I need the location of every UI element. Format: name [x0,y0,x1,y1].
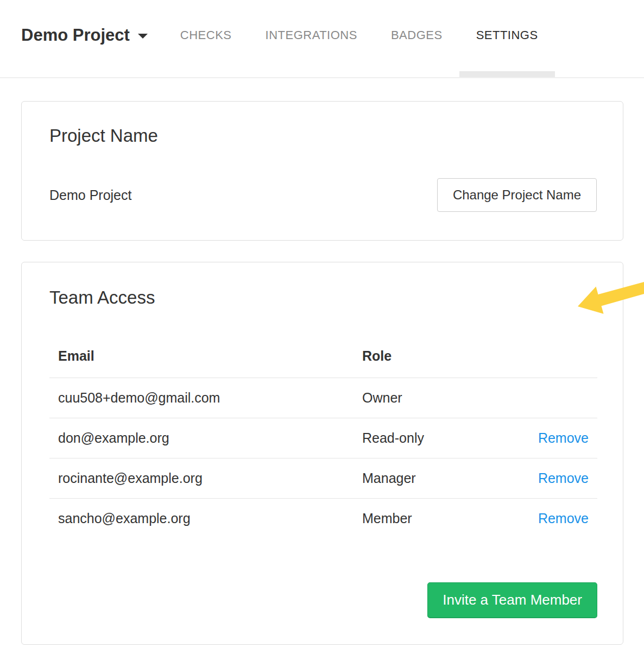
team-member-row: cuu508+demo@gmail.com Owner [49,378,597,418]
team-member-row: sancho@example.org Member Remove [49,499,597,539]
change-project-name-button[interactable]: Change Project Name [437,178,597,212]
column-header-role: Role [353,334,523,378]
member-email-cell: don@example.org [49,418,353,458]
tab-checks[interactable]: CHECKS [163,0,249,77]
nav-tabs: CHECKS INTEGRATIONS BADGES SETTINGS [163,0,555,77]
tab-integrations[interactable]: INTEGRATIONS [249,0,374,77]
member-action-cell: Remove [523,458,597,499]
active-tab-indicator [459,71,555,77]
member-action-cell: Remove [523,499,597,539]
project-name-card: Project Name Demo Project Change Project… [21,101,623,241]
current-project-name: Demo Project [49,187,131,203]
remove-member-link[interactable]: Remove [538,430,589,445]
settings-page: Project Name Demo Project Change Project… [0,78,644,645]
tab-badges[interactable]: BADGES [374,0,459,77]
chevron-down-icon [138,34,148,39]
member-email-cell: rocinante@example.org [49,458,353,499]
member-email-cell: cuu508+demo@gmail.com [49,378,353,418]
top-navbar: Demo Project CHECKS INTEGRATIONS BADGES … [0,0,644,78]
member-action-cell [523,378,597,418]
table-header-row: Email Role [49,334,597,378]
member-role-cell: Manager [353,458,523,499]
team-member-row: rocinante@example.org Manager Remove [49,458,597,499]
team-members-table: Email Role cuu508+demo@gmail.com Owner d… [49,334,597,538]
member-email-cell: sancho@example.org [49,499,353,539]
project-name-card-title: Project Name [49,125,597,146]
tab-settings-label: SETTINGS [476,28,538,42]
team-access-card: Team Access Email Role cuu508+demo@gmail… [21,262,623,645]
project-switcher[interactable]: Demo Project [21,26,148,45]
member-action-cell: Remove [523,418,597,458]
column-header-email: Email [49,334,353,378]
team-access-card-title: Team Access [49,287,597,308]
member-role-cell: Member [353,499,523,539]
remove-member-link[interactable]: Remove [538,470,589,486]
remove-member-link[interactable]: Remove [538,511,589,526]
invite-team-member-button[interactable]: Invite a Team Member [427,582,597,618]
project-switcher-label: Demo Project [21,26,130,45]
tab-settings[interactable]: SETTINGS [459,0,555,77]
team-member-row: don@example.org Read-only Remove [49,418,597,458]
column-header-actions [523,334,597,378]
member-role-cell: Owner [353,378,523,418]
member-role-cell: Read-only [353,418,523,458]
